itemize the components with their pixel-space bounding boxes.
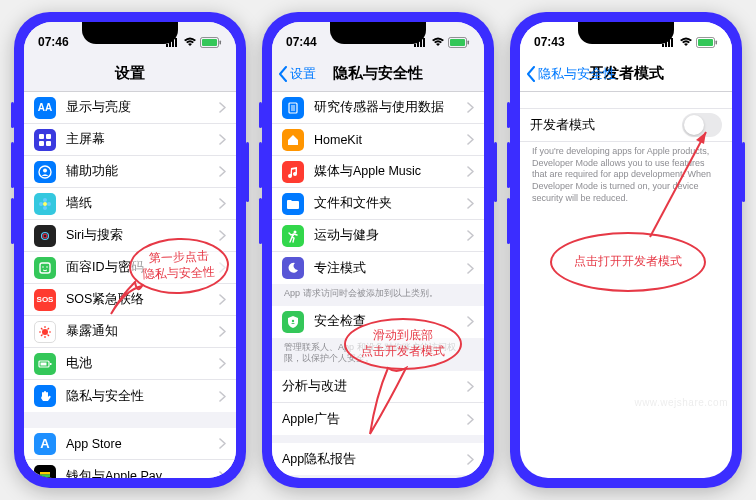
row-label: 隐私与安全性 — [66, 388, 219, 405]
clock: 07:46 — [38, 35, 69, 49]
settings-row[interactable]: 主屏幕 — [24, 124, 236, 156]
row-label: 专注模式 — [314, 260, 467, 277]
footer-note: App 请求访问时会被添加到以上类别。 — [272, 284, 484, 306]
svg-point-22 — [42, 266, 44, 268]
svg-line-29 — [41, 328, 43, 330]
row-label: 电池 — [66, 355, 219, 372]
chevron-right-icon — [219, 471, 226, 479]
row-icon — [34, 465, 56, 478]
row-label: 面容ID与密码 — [66, 259, 219, 276]
svg-rect-63 — [716, 40, 718, 44]
svg-rect-44 — [414, 44, 416, 47]
row-label: 研究传感器与使用数据 — [314, 99, 467, 116]
svg-rect-10 — [46, 141, 51, 146]
svg-point-23 — [46, 266, 48, 268]
settings-row[interactable]: SOSSOS紧急联络 — [24, 284, 236, 316]
row-label: 暴露通知 — [66, 323, 219, 340]
battery-icon — [200, 37, 222, 48]
settings-row[interactable]: 隐私与安全性 — [24, 380, 236, 412]
row-icon — [282, 311, 304, 333]
page-title: 设置 — [115, 64, 145, 83]
row-icon — [34, 257, 56, 279]
row-icon — [34, 353, 56, 375]
row-label: Siri与搜索 — [66, 227, 219, 244]
svg-rect-49 — [450, 39, 465, 46]
chevron-right-icon — [219, 294, 226, 305]
chevron-right-icon — [467, 414, 474, 425]
row-label: 墙纸 — [66, 195, 219, 212]
phone-frame-3: 07:43 隐私与安全性 开发者模式 开发者模式 — [510, 12, 742, 488]
chevron-right-icon — [219, 134, 226, 145]
settings-row[interactable]: 安全检查 — [272, 306, 484, 338]
svg-rect-47 — [423, 38, 425, 47]
chevron-right-icon — [219, 102, 226, 113]
settings-row[interactable]: 研究传感器与使用数据 — [272, 92, 484, 124]
chevron-right-icon — [467, 198, 474, 209]
svg-rect-34 — [50, 363, 52, 365]
settings-row[interactable]: 面容ID与密码 — [24, 252, 236, 284]
chevron-right-icon — [467, 230, 474, 241]
row-icon — [282, 129, 304, 151]
notch — [578, 22, 674, 44]
svg-point-12 — [43, 168, 47, 172]
settings-row[interactable]: 钱包与Apple Pay — [24, 460, 236, 478]
row-icon — [282, 161, 304, 183]
row-label: 文件和文件夹 — [314, 195, 467, 212]
notch — [82, 22, 178, 44]
back-button[interactable]: 隐私与安全性 — [526, 65, 616, 83]
chevron-right-icon — [219, 438, 226, 449]
settings-row[interactable]: 专注模式 — [272, 252, 484, 284]
settings-row[interactable]: Siri与搜索 — [24, 220, 236, 252]
svg-point-13 — [43, 202, 47, 206]
settings-row[interactable]: Apple广告 — [272, 403, 484, 435]
svg-rect-21 — [40, 263, 50, 273]
clock: 07:43 — [534, 35, 565, 49]
wifi-icon — [431, 37, 445, 47]
footer-note: 管理联系人、App 和设备对你账户的访问权限，以保护个人安全。 — [272, 338, 484, 371]
chevron-right-icon — [467, 263, 474, 274]
settings-row[interactable]: 分析与改进 — [272, 371, 484, 403]
screen-1: 07:46 设置 AA显示与亮度主屏幕辅助功能墙纸Siri与搜索面容ID与密码S… — [24, 22, 236, 478]
row-icon — [34, 161, 56, 183]
svg-line-30 — [48, 334, 50, 336]
svg-rect-7 — [39, 134, 44, 139]
developer-mode-toggle[interactable] — [682, 113, 722, 137]
back-button[interactable]: 设置 — [278, 65, 316, 83]
settings-row[interactable]: HomeKit — [272, 124, 484, 156]
settings-row[interactable]: 辅助功能 — [24, 156, 236, 188]
svg-rect-8 — [46, 134, 51, 139]
wifi-icon — [183, 37, 197, 47]
settings-row[interactable]: 媒体与Apple Music — [272, 156, 484, 188]
settings-list[interactable]: AA显示与亮度主屏幕辅助功能墙纸Siri与搜索面容ID与密码SOSSOS紧急联络… — [24, 92, 236, 478]
notch — [330, 22, 426, 44]
settings-row[interactable]: AApp Store — [24, 428, 236, 460]
row-label: SOS紧急联络 — [66, 291, 219, 308]
privacy-list[interactable]: 研究传感器与使用数据HomeKit媒体与Apple Music文件和文件夹运动与… — [272, 92, 484, 478]
svg-point-16 — [43, 206, 47, 210]
row-icon — [34, 193, 56, 215]
navbar: 设置 — [24, 56, 236, 92]
svg-rect-38 — [40, 475, 50, 478]
svg-line-32 — [41, 334, 43, 336]
row-label: HomeKit — [314, 133, 467, 147]
row-icon — [34, 129, 56, 151]
settings-row[interactable]: 运动与健身 — [272, 220, 484, 252]
row-label: App隐私报告 — [282, 451, 467, 468]
svg-rect-57 — [662, 44, 664, 47]
settings-row[interactable]: 文件和文件夹 — [272, 188, 484, 220]
row-icon — [282, 97, 304, 119]
row-label: 运动与健身 — [314, 227, 467, 244]
settings-row[interactable]: AA显示与亮度 — [24, 92, 236, 124]
settings-row[interactable]: 电池 — [24, 348, 236, 380]
svg-rect-60 — [671, 38, 673, 47]
svg-point-55 — [294, 230, 297, 233]
chevron-right-icon — [467, 166, 474, 177]
row-icon — [34, 225, 56, 247]
developer-mode-content: 开发者模式 If you're developing apps for Appl… — [520, 92, 732, 478]
row-label: App Store — [66, 437, 219, 451]
svg-point-17 — [39, 202, 43, 206]
settings-row[interactable]: App隐私报告 — [272, 443, 484, 475]
svg-rect-0 — [166, 44, 168, 47]
settings-row[interactable]: 暴露通知 — [24, 316, 236, 348]
settings-row[interactable]: 墙纸 — [24, 188, 236, 220]
